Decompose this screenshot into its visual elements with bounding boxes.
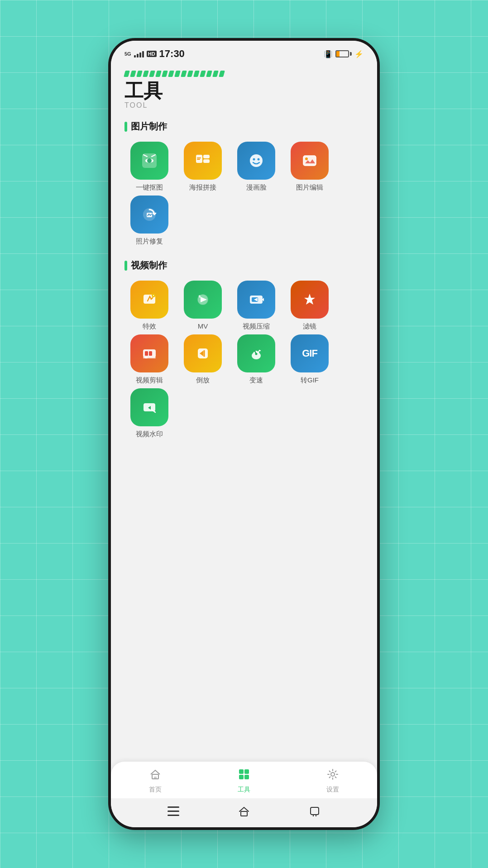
svg-point-7 bbox=[258, 158, 260, 161]
tool-label-video-compress: 视频压缩 bbox=[243, 322, 270, 331]
svg-rect-44 bbox=[167, 815, 179, 816]
tool-video-edit[interactable]: 视频剪辑 bbox=[124, 334, 174, 385]
tool-label-photo-repair: 照片修复 bbox=[136, 237, 163, 246]
tool-one-key-cutout[interactable]: 一键抠图 bbox=[124, 142, 174, 192]
android-back-btn[interactable] bbox=[309, 806, 321, 819]
stripe-12 bbox=[193, 71, 200, 77]
stripe-16 bbox=[219, 71, 225, 77]
tool-video-watermark[interactable]: 视频水印 bbox=[124, 388, 174, 439]
tool-cartoon-face[interactable]: 漫画脸 bbox=[231, 142, 281, 192]
tool-label-mv: MV bbox=[198, 322, 208, 330]
svg-rect-23 bbox=[145, 351, 148, 356]
svg-rect-4 bbox=[203, 159, 210, 163]
tool-filter[interactable]: 滤镜 bbox=[285, 281, 335, 331]
signal-bars bbox=[134, 50, 144, 57]
tool-image-edit[interactable]: 图片编辑 bbox=[285, 142, 335, 192]
vibrate-icon: 📳 bbox=[324, 50, 333, 58]
nav-item-home[interactable]: 首页 bbox=[149, 768, 162, 794]
svg-rect-40 bbox=[244, 775, 249, 779]
stripe-13 bbox=[200, 71, 206, 77]
stripe-15 bbox=[212, 71, 219, 77]
status-right: 📳 ⚡ bbox=[324, 50, 364, 58]
tool-icon-image-edit bbox=[291, 142, 329, 180]
tool-icon-filter bbox=[291, 281, 329, 319]
section-title-image: 图片制作 bbox=[124, 120, 364, 133]
charging-icon: ⚡ bbox=[354, 50, 364, 58]
svg-rect-37 bbox=[239, 769, 244, 774]
tool-to-gif[interactable]: GIF 转GIF bbox=[285, 334, 335, 385]
android-home-btn[interactable] bbox=[238, 806, 250, 820]
tool-icon-reverse bbox=[184, 334, 222, 372]
stripe-4 bbox=[143, 71, 149, 77]
stripe-10 bbox=[181, 71, 187, 77]
video-tools-grid: 特效 MV bbox=[124, 281, 364, 439]
svg-marker-21 bbox=[304, 294, 315, 305]
tool-label-reverse: 倒放 bbox=[196, 376, 210, 385]
stripe-9 bbox=[174, 71, 181, 77]
tool-poster-collage[interactable]: 海报拼接 bbox=[178, 142, 228, 192]
tool-speed-change[interactable]: 变速 bbox=[231, 334, 281, 385]
svg-point-6 bbox=[253, 158, 255, 161]
stripe-11 bbox=[187, 71, 193, 77]
nav-icon-home bbox=[149, 768, 162, 784]
nav-item-settings[interactable]: 设置 bbox=[326, 768, 339, 794]
tool-reverse[interactable]: 倒放 bbox=[178, 334, 228, 385]
tool-label-filter: 滤镜 bbox=[303, 322, 316, 331]
nav-icon-settings bbox=[326, 768, 339, 784]
svg-rect-42 bbox=[167, 806, 179, 808]
tool-icon-video-edit bbox=[130, 334, 168, 372]
tool-icon-video-compress bbox=[237, 281, 275, 319]
page-title-en: TOOL bbox=[124, 101, 364, 110]
stripe-6 bbox=[155, 71, 162, 77]
tool-icon-poster-collage bbox=[184, 142, 222, 180]
tool-icon-photo-repair bbox=[130, 196, 168, 234]
battery-fill bbox=[336, 51, 340, 57]
tool-special-effects[interactable]: 特效 bbox=[124, 281, 174, 331]
tool-icon-video-watermark bbox=[130, 388, 168, 426]
svg-rect-43 bbox=[167, 811, 179, 812]
tool-icon-cartoon-face bbox=[237, 142, 275, 180]
main-content: 工具 TOOL 图片制作 一键抠图 bbox=[111, 63, 377, 762]
android-nav bbox=[111, 798, 377, 827]
section-dot-video bbox=[124, 261, 127, 271]
status-bar: 5G HD 17:30 📳 ⚡ bbox=[111, 41, 377, 63]
nav-label-settings: 设置 bbox=[326, 786, 339, 794]
section-dot-image bbox=[124, 122, 127, 132]
svg-point-5 bbox=[250, 154, 263, 167]
tool-label-one-key-cutout: 一键抠图 bbox=[136, 183, 163, 192]
tool-label-cartoon-face: 漫画脸 bbox=[246, 183, 267, 192]
stripe-14 bbox=[206, 71, 212, 77]
signal-bar-4 bbox=[142, 51, 144, 57]
tool-photo-repair[interactable]: 照片修复 bbox=[124, 196, 174, 246]
tool-label-video-edit: 视频剪辑 bbox=[136, 376, 163, 385]
svg-rect-38 bbox=[244, 769, 249, 774]
stripe-1 bbox=[124, 71, 130, 77]
tool-icon-speed-change bbox=[237, 334, 275, 372]
tool-label-speed-change: 变速 bbox=[249, 376, 263, 385]
tool-label-video-watermark: 视频水印 bbox=[136, 430, 163, 439]
tool-label-to-gif: 转GIF bbox=[301, 376, 319, 385]
svg-rect-3 bbox=[203, 155, 210, 158]
hd-badge: HD bbox=[147, 51, 157, 57]
svg-rect-8 bbox=[303, 156, 316, 166]
battery-tip bbox=[350, 52, 352, 56]
image-tools-grid: 一键抠图 海报拼接 bbox=[124, 142, 364, 246]
signal-bar-3 bbox=[139, 52, 141, 57]
tool-video-compress[interactable]: 视频压缩 bbox=[231, 281, 281, 331]
svg-rect-46 bbox=[311, 807, 319, 815]
section-label-image: 图片制作 bbox=[131, 120, 167, 133]
tool-label-image-edit: 图片编辑 bbox=[296, 183, 323, 192]
section-title-video: 视频制作 bbox=[124, 259, 364, 272]
nav-item-tools[interactable]: 工具 bbox=[238, 768, 250, 794]
page-title-zh: 工具 bbox=[124, 81, 364, 101]
svg-rect-36 bbox=[154, 777, 157, 779]
svg-point-10 bbox=[305, 157, 308, 160]
5g-indicator: 5G bbox=[124, 51, 131, 57]
time-display: 17:30 bbox=[159, 48, 185, 60]
android-menu-btn[interactable] bbox=[167, 806, 179, 819]
tool-icon-to-gif: GIF bbox=[291, 334, 329, 372]
tool-mv[interactable]: MV bbox=[178, 281, 228, 331]
nav-label-tools: 工具 bbox=[238, 786, 250, 794]
tool-icon-special-effects bbox=[130, 281, 168, 319]
stripe-5 bbox=[149, 71, 155, 77]
